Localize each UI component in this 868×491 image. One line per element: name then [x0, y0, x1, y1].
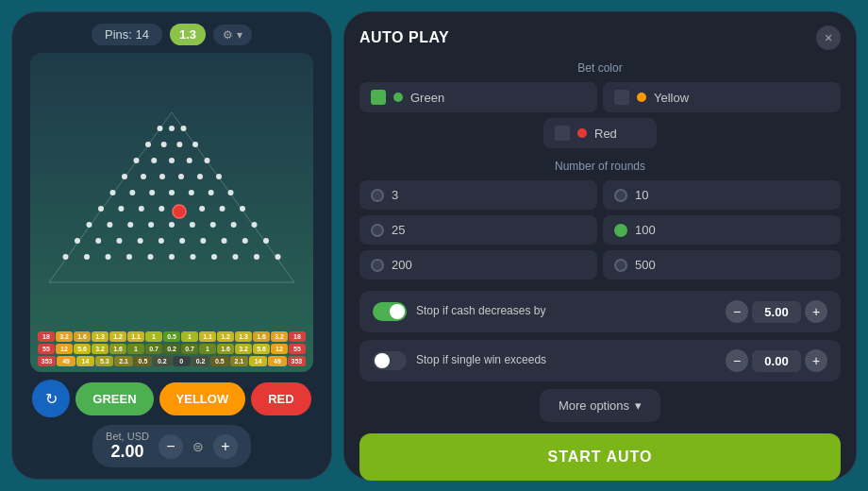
- left-phone: Pins: 14 1.3 ⚙ ▾ 183.21.61.31.21.110.511…: [11, 11, 332, 480]
- toggle-thumb: [390, 304, 405, 319]
- bet-value: 2.00: [106, 442, 149, 462]
- score-rows: 183.21.61.31.21.110.511.11.21.31.63.218 …: [38, 331, 306, 372]
- plinko-area: [38, 62, 306, 331]
- settings-button[interactable]: ⚙ ▾: [213, 25, 252, 45]
- stop-win-toggle[interactable]: [373, 351, 407, 370]
- round-option[interactable]: 3: [359, 180, 597, 210]
- start-auto-button[interactable]: START AUTO: [359, 433, 841, 481]
- stop-win-text: Stop if single win exceeds: [416, 353, 716, 368]
- color-option-yellow[interactable]: Yellow: [603, 82, 841, 112]
- settings-icon: ⚙: [223, 28, 233, 42]
- round-option[interactable]: 200: [359, 250, 597, 279]
- more-options-label: More options: [559, 398, 629, 413]
- multiplier-value: 1.3: [179, 27, 196, 42]
- round-option[interactable]: 25: [359, 215, 597, 245]
- pins-badge: Pins: 14: [92, 24, 162, 45]
- stop-win-decrease[interactable]: −: [726, 349, 748, 372]
- color-option-green[interactable]: Green: [359, 82, 597, 112]
- bet-color-label: Bet color: [359, 61, 841, 75]
- stop-win-increase[interactable]: +: [805, 349, 827, 372]
- chevron-down-icon: ▾: [635, 398, 642, 413]
- round-radio: [371, 189, 384, 202]
- round-radio: [371, 224, 384, 237]
- rounds-grid: 31025100200500: [359, 180, 841, 279]
- rounds-label: Number of rounds: [359, 160, 841, 173]
- red-check: [555, 126, 570, 141]
- bet-decrease-button[interactable]: −: [159, 434, 183, 459]
- round-label: 100: [635, 223, 656, 237]
- stop-cash-decrease[interactable]: −: [726, 300, 748, 323]
- score-row-3: 35349145.32.10.50.200.20.52.11449353: [38, 356, 306, 366]
- score-row-1: 183.21.61.31.21.110.511.11.21.31.63.218: [38, 331, 306, 342]
- score-row-2: 55125.63.21.610.70.20.711.63.25.61255: [38, 344, 306, 354]
- round-option[interactable]: 100: [603, 215, 841, 245]
- red-dot: [577, 128, 587, 138]
- modal-title: AUTO PLAY: [359, 29, 449, 46]
- bet-color-grid: Green Yellow: [359, 82, 841, 112]
- stop-cash-value-row: − 5.00 +: [726, 300, 827, 323]
- multiplier-badge: 1.3: [170, 24, 206, 45]
- bet-controls: Bet, USD 2.00 − ⊜ +: [92, 425, 251, 467]
- stop-cash-increase[interactable]: +: [805, 300, 827, 323]
- stop-cash-toggle[interactable]: [373, 302, 407, 321]
- round-label: 25: [392, 223, 405, 237]
- stop-win-control: Stop if single win exceeds − 0.00 +: [359, 340, 841, 381]
- bet-info: Bet, USD 2.00: [106, 431, 149, 462]
- green-check: [371, 90, 386, 105]
- color-option-red[interactable]: Red: [543, 118, 657, 148]
- round-radio: [614, 189, 627, 202]
- more-options-button[interactable]: More options ▾: [540, 389, 660, 422]
- round-radio: [371, 259, 384, 272]
- game-board: 183.21.61.31.21.110.511.11.21.31.63.218 …: [30, 53, 313, 372]
- bottom-controls: ↻ GREEN YELLOW RED Bet, USD 2.00 − ⊜ +: [22, 372, 322, 467]
- yellow-label: Yellow: [654, 91, 689, 105]
- close-button[interactable]: ×: [816, 25, 841, 50]
- round-radio: [614, 259, 627, 272]
- yellow-dot: [637, 93, 646, 102]
- round-label: 500: [635, 258, 656, 272]
- round-option[interactable]: 500: [603, 250, 841, 279]
- autoplay-panel: AUTO PLAY × Bet color Green Yellow Red N…: [343, 11, 857, 480]
- bet-color-row-center: Red: [359, 118, 841, 148]
- green-button[interactable]: GREEN: [75, 382, 153, 415]
- green-dot: [393, 93, 403, 102]
- stop-win-toggle-thumb: [375, 353, 390, 368]
- modal-header: AUTO PLAY ×: [359, 25, 841, 50]
- refresh-button[interactable]: ↻: [32, 380, 70, 417]
- round-option[interactable]: 10: [603, 180, 841, 210]
- round-radio: [614, 224, 627, 237]
- color-buttons: ↻ GREEN YELLOW RED: [32, 380, 310, 417]
- round-label: 3: [392, 188, 398, 202]
- stop-win-value-row: − 0.00 +: [726, 349, 827, 372]
- round-label: 10: [635, 188, 648, 202]
- red-button[interactable]: RED: [251, 382, 310, 415]
- stop-cash-value: 5.00: [752, 301, 801, 323]
- stop-win-value: 0.00: [752, 350, 801, 372]
- plinko-canvas: [40, 103, 304, 292]
- top-bar: Pins: 14 1.3 ⚙ ▾: [92, 24, 252, 45]
- yellow-button[interactable]: YELLOW: [159, 382, 246, 415]
- red-label: Red: [594, 127, 617, 141]
- bet-label: Bet, USD: [106, 431, 149, 442]
- stop-cash-control: Stop if cash decreases by − 5.00 +: [359, 291, 841, 332]
- stop-cash-text: Stop if cash decreases by: [416, 304, 716, 319]
- round-label: 200: [392, 258, 412, 272]
- stack-icon: ⊜: [192, 439, 204, 454]
- green-label: Green: [410, 91, 444, 105]
- pins-label: Pins: 14: [105, 27, 149, 42]
- bet-increase-button[interactable]: +: [213, 434, 238, 459]
- yellow-check: [614, 90, 629, 105]
